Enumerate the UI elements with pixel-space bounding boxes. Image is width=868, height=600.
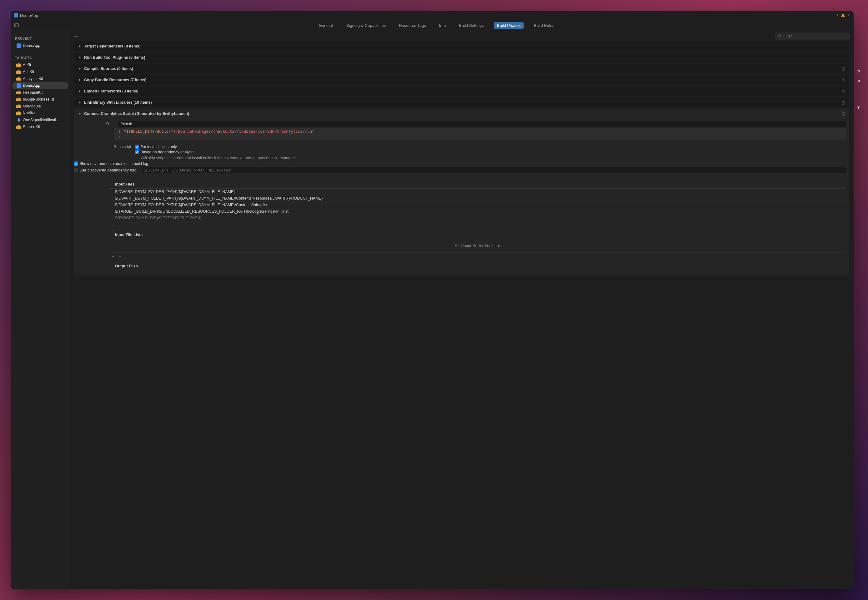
phase-header[interactable]: Embed Frameworks (8 items) [74,86,849,96]
remove-input-file-button[interactable]: − [117,223,123,228]
svg-rect-14 [16,105,21,108]
phase-title: Link Binary With Libraries (10 items) [84,100,152,105]
trash-icon[interactable] [841,89,845,93]
target-item-notifkit[interactable]: NotifKit [12,110,68,117]
checkbox-dep-analysis[interactable] [135,150,139,154]
tab-build-phases[interactable]: Build Phases [494,22,524,29]
right-strip-label: P [854,67,868,77]
svg-rect-9 [18,77,20,78]
trash-icon[interactable] [841,78,845,82]
add-input-file-list-button[interactable]: + [111,254,116,259]
target-label: DemoApp [23,83,40,88]
checkbox-install-only[interactable] [135,145,139,149]
phase-row: Target Dependencies (8 items) [74,41,849,51]
chevron-right-icon [78,67,81,70]
project-item[interactable]: DemoApp [12,42,68,49]
phase-title: Connect Crashlytics Script (Generated by… [84,112,189,116]
target-label: MyModule [23,104,41,108]
tab-resource-tags[interactable]: Resource Tags [396,22,429,29]
framework-icon [16,77,21,80]
input-file-row[interactable]: ${DWARF_DSYM_FOLDER_PATH}/${DWARF_DSYM_F… [109,189,846,195]
phase-row: Compile Sources (9 items) [74,64,849,73]
titlebar: DemoApp [11,11,854,20]
project-header: PROJECT [11,34,70,42]
app-project-icon [16,44,21,47]
checkbox-use-dep-file[interactable] [74,168,78,173]
svg-rect-21 [18,125,20,126]
svg-marker-30 [79,67,81,70]
checkbox-show-env[interactable] [74,162,78,166]
tab-general[interactable]: General [315,22,336,29]
tab-build-settings[interactable]: Build Settings [456,22,487,29]
tab-info[interactable]: Info [436,22,449,29]
add-input-file-button[interactable]: + [111,223,116,228]
filter-field[interactable] [775,32,850,40]
line-number: 2 [114,134,124,138]
svg-rect-20 [16,126,21,129]
opt-use-dep-file-label: Use discovered dependency file: [79,168,136,173]
phase-row: Copy Bundle Resources (7 items) [74,75,849,85]
phase-header[interactable]: Compile Sources (9 items) [74,64,849,73]
target-item-firebasekit[interactable]: FirebaseKit [12,89,68,96]
target-label: SharedKit [23,124,40,129]
nav-back-icon[interactable] [836,13,840,18]
filter-icon [777,34,781,38]
trash-icon[interactable] [841,112,845,116]
phase-title: Copy Bundle Resources (7 items) [84,78,146,82]
input-file-row[interactable]: $(TARGET_BUILD_DIR)/$(EXECUTABLE_PATH) [109,215,846,221]
target-item-demoapp[interactable]: DemoApp [12,82,68,89]
svg-point-24 [778,35,780,37]
svg-marker-38 [79,90,81,92]
nav-forward-icon[interactable] [846,13,850,18]
tab-build-rules[interactable]: Build Rules [531,22,558,29]
svg-line-25 [780,35,781,36]
target-item-mymodule[interactable]: MyModule [12,103,68,110]
dep-analysis-note: Will skip script in incremental install … [135,155,296,160]
sidebar-toggle-icon[interactable] [14,23,20,28]
target-item-onesignalnotificati-[interactable]: OneSignalNotificati... [12,117,68,123]
chevron-right-icon [78,89,81,93]
target-item-adskit[interactable]: AdsKit [12,68,68,75]
target-label: NotifKit [23,111,35,115]
trash-icon[interactable] [841,101,845,105]
target-item-sharedkit[interactable]: SharedKit [12,123,68,130]
target-item-analyticskit[interactable]: AnalyticsKit [12,75,68,82]
input-files-header: Input Files [109,180,846,189]
run-script-label: Run script: [114,145,132,149]
target-item-inapppurchasekit[interactable]: InAppPurchaseKit [12,96,68,103]
phase-title: Target Dependencies (8 items) [84,44,140,48]
svg-point-18 [18,118,20,120]
tab-signing-capabilities[interactable]: Signing & Capabilities [343,22,389,29]
chevron-right-icon [78,101,81,104]
input-file-row[interactable]: ${DWARF_DSYM_FOLDER_PATH}/${DWARF_DSYM_F… [109,202,846,208]
svg-marker-28 [79,45,81,47]
add-phase-button[interactable] [74,34,78,38]
phase-header[interactable]: Target Dependencies (8 items) [74,41,849,51]
framework-icon [16,104,21,108]
phase-row: Embed Frameworks (8 items) [74,86,849,96]
filter-input[interactable] [783,34,847,38]
svg-rect-13 [18,98,20,99]
dep-file-input[interactable]: $(DERIVED_FILES_DIR)/$(INPUT_FILE_PATH).… [141,167,846,173]
trash-icon[interactable] [841,67,845,71]
phase-header[interactable]: Run Build Tool Plug-ins (0 items) [74,53,849,62]
script-editor[interactable]: 1 "${BUILD_DIR%/Build/*}/SourcePackages/… [114,128,846,139]
remove-input-file-list-button[interactable]: − [117,254,123,259]
target-item-aikit[interactable]: AIKit [12,62,68,68]
svg-rect-7 [18,70,20,71]
input-file-row[interactable]: $(TARGET_BUILD_DIR)/$(UNLOCALIZED_RESOUR… [109,208,846,215]
shell-input[interactable] [118,121,846,127]
phase-row: Link Binary With Libraries (10 items) [74,98,849,107]
input-file-lists-placeholder[interactable]: Add input file list files here [109,239,846,253]
target-label: AIKit [23,63,31,67]
input-file-row[interactable]: ${DWARF_DSYM_FOLDER_PATH}/${DWARF_DSYM_F… [109,195,846,202]
chevron-right-icon [78,56,81,59]
target-label: OneSignalNotificati... [23,118,59,122]
warning-icon[interactable] [841,13,845,18]
phase-header[interactable]: Connect Crashlytics Script (Generated by… [74,109,849,118]
framework-icon [16,111,21,115]
shell-label: Shell [106,122,114,126]
phase-header[interactable]: Link Binary With Libraries (10 items) [74,98,849,107]
phase-header[interactable]: Copy Bundle Resources (7 items) [74,75,849,85]
phase-title: Embed Frameworks (8 items) [84,89,138,93]
